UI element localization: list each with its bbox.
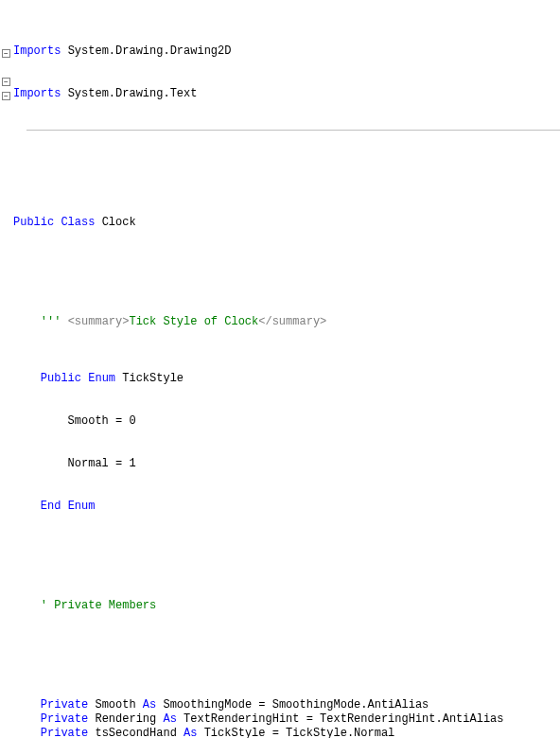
keyword: Private: [41, 698, 88, 712]
code-line: Private Rendering As TextRenderingHint =…: [13, 712, 560, 727]
type-name: TextRenderingHint: [184, 712, 299, 726]
type-name: TickStyle: [204, 727, 266, 738]
code-line: End Enum: [13, 500, 560, 514]
code-line: Normal = 1: [13, 457, 560, 471]
fold-toggle[interactable]: [2, 49, 10, 58]
type-name: SmoothingMode: [163, 698, 252, 712]
code-line: Imports System.Drawing.Text: [13, 87, 560, 101]
comment-line: ' Private Members: [13, 599, 560, 613]
code-line: Private Smooth As SmoothingMode = Smooth…: [13, 698, 560, 712]
code-line: Public Enum TickStyle: [13, 372, 560, 386]
class-name: Clock: [102, 216, 136, 229]
fold-gutter: [0, 2, 13, 738]
var-name: tsSecondHand: [95, 727, 176, 738]
code-editor: Imports System.Drawing.Drawing2D Imports…: [0, 2, 560, 738]
keyword: Imports: [13, 87, 61, 100]
separator: [26, 130, 560, 131]
xml-doc-line: ''' <summary>Tick Style of Clock</summar…: [13, 315, 560, 329]
keyword: As: [163, 712, 176, 726]
import-ns: System.Drawing.Drawing2D: [68, 44, 232, 58]
keyword: Private: [41, 712, 88, 726]
keyword: As: [143, 698, 156, 712]
code-line: Private tsSecondHand As TickStyle = Tick…: [13, 727, 560, 738]
code-area[interactable]: Imports System.Drawing.Drawing2D Imports…: [13, 2, 560, 738]
var-name: Smooth: [95, 698, 135, 712]
keyword: Private: [41, 727, 88, 738]
code-line: Smooth = 0: [13, 414, 560, 429]
code-line: Public Class Clock: [13, 216, 560, 230]
fold-toggle[interactable]: [2, 78, 10, 86]
keyword: Imports: [13, 44, 61, 58]
keyword: As: [184, 727, 197, 738]
var-name: Rendering: [95, 712, 156, 726]
code-line: Imports System.Drawing.Drawing2D: [13, 44, 560, 59]
import-ns: System.Drawing.Text: [68, 87, 198, 100]
fold-toggle[interactable]: [2, 92, 10, 100]
